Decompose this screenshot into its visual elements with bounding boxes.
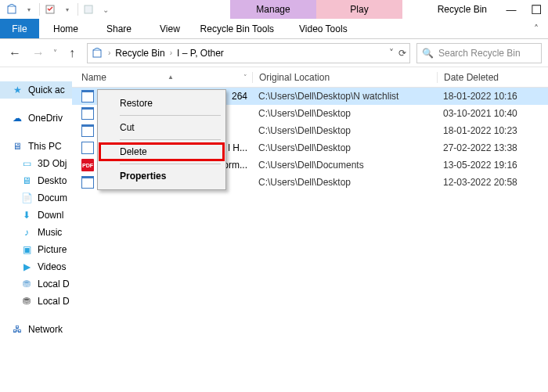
maximize-button[interactable]: ☐: [525, 0, 548, 19]
column-header-date-deleted[interactable]: Date Deleted: [437, 72, 548, 83]
separator: [78, 3, 78, 16]
video-icon: ▶: [20, 261, 33, 273]
sidebar-item-label: Docum: [38, 192, 67, 203]
title-bar: ▾ ▾ ⌄ Manage Play Recycle Bin — ☐: [0, 0, 548, 19]
main-area: ★ Quick ac ☁ OneDriv 🖥 This PC ▭ 3D Obj …: [0, 67, 548, 392]
svg-rect-3: [93, 50, 101, 57]
sidebar-item-desktop[interactable]: 🖥 Deskto: [0, 172, 72, 189]
cell-date-deleted: 13-05-2022 19:16: [437, 160, 548, 171]
sidebar-item-label: Deskto: [38, 175, 67, 186]
search-box[interactable]: 🔍: [416, 43, 542, 63]
sidebar-item-label: Local D: [38, 279, 70, 290]
video-file-icon: [81, 142, 94, 154]
sidebar-item-downloads[interactable]: ⬇ Downl: [0, 207, 72, 224]
cell-date-deleted: 18-01-2022 10:16: [437, 91, 548, 102]
disk-icon: ⛃: [20, 278, 33, 290]
disk-icon: ⛃: [20, 295, 33, 307]
chevron-down-icon[interactable]: ▾: [22, 2, 36, 16]
navigation-pane[interactable]: ★ Quick ac ☁ OneDriv 🖥 This PC ▭ 3D Obj …: [0, 67, 72, 392]
column-dropdown-icon[interactable]: ˅: [243, 74, 247, 81]
pdf-file-icon: PDF: [81, 159, 94, 171]
breadcrumb-path[interactable]: I – P, Other: [177, 48, 224, 59]
history-dropdown-icon[interactable]: ˅: [53, 49, 57, 57]
separator: [120, 115, 221, 116]
sidebar-item-label: Quick ac: [28, 85, 65, 95]
sidebar-item-label: OneDriv: [28, 113, 63, 124]
breadcrumb-separator-icon[interactable]: ›: [106, 49, 112, 57]
back-button[interactable]: ←: [6, 45, 23, 62]
sidebar-item-videos[interactable]: ▶ Videos: [0, 258, 72, 275]
properties-icon[interactable]: [43, 2, 57, 16]
address-bar[interactable]: › Recycle Bin › I – P, Other ˅ ⟳: [87, 43, 410, 63]
forward-button[interactable]: →: [30, 45, 47, 62]
cell-date-deleted: 18-01-2022 10:23: [437, 125, 548, 136]
sidebar-item-local-disk[interactable]: ⛃ Local D: [0, 275, 72, 293]
cell-name-tail: orm...: [223, 160, 247, 171]
cell-original-location: C:\Users\Dell\Desktop\N watchlist: [252, 91, 437, 102]
recycle-bin-icon: [91, 47, 103, 59]
search-input[interactable]: [438, 48, 548, 59]
cell-original-location: C:\Users\Dell\Desktop: [252, 125, 437, 136]
file-icon: [81, 90, 94, 102]
qat-customize-icon[interactable]: ⌄: [99, 2, 113, 16]
document-icon: 📄: [20, 192, 33, 204]
sidebar-item-label: Music: [38, 227, 62, 238]
sidebar-item-label: This PC: [28, 141, 62, 152]
separator: [39, 3, 40, 16]
minimize-button[interactable]: —: [499, 0, 523, 19]
column-label: Name: [81, 72, 106, 83]
cell-date-deleted: 03-10-2021 10:40: [437, 108, 548, 119]
up-button[interactable]: ↑: [63, 45, 81, 62]
chevron-down-icon[interactable]: ▾: [60, 2, 74, 16]
column-header-original-location[interactable]: Original Location: [252, 72, 437, 83]
context-menu: Restore Cut Delete Properties: [97, 89, 226, 190]
window-title: Recycle Bin: [433, 4, 498, 15]
video-tools-tab[interactable]: Video Tools: [280, 19, 366, 38]
cube-icon: ▭: [20, 157, 33, 170]
cell-original-location: C:\Users\Dell\Documents: [252, 160, 437, 171]
column-header-name[interactable]: Name ▲ ˅: [75, 72, 252, 83]
sidebar-item-documents[interactable]: 📄 Docum: [0, 189, 72, 207]
context-menu-delete[interactable]: Delete: [98, 142, 225, 162]
sidebar-item-quick-access[interactable]: ★ Quick ac: [0, 81, 72, 99]
refresh-icon[interactable]: ⟳: [398, 48, 406, 59]
cell-original-location: C:\Users\Dell\Desktop: [252, 177, 437, 188]
context-menu-cut[interactable]: Cut: [98, 117, 225, 138]
sidebar-item-music[interactable]: ♪ Music: [0, 224, 72, 241]
svg-rect-0: [8, 6, 16, 13]
svg-rect-2: [85, 5, 92, 13]
picture-icon: ▣: [20, 243, 33, 256]
address-dropdown-icon[interactable]: ˅: [389, 48, 394, 59]
share-tab[interactable]: Share: [92, 19, 146, 38]
sidebar-item-this-pc[interactable]: 🖥 This PC: [0, 138, 72, 155]
context-menu-restore[interactable]: Restore: [98, 93, 225, 113]
recycle-bin-tools-tab[interactable]: Recycle Bin Tools: [194, 19, 280, 38]
contextual-tab-play[interactable]: Play: [316, 0, 402, 19]
sidebar-item-pictures[interactable]: ▣ Picture: [0, 241, 72, 258]
file-icon: [81, 176, 94, 189]
breadcrumb-separator-icon[interactable]: ›: [168, 49, 174, 57]
view-tab[interactable]: View: [146, 19, 194, 38]
contextual-tab-manage[interactable]: Manage: [230, 0, 316, 19]
sort-ascending-icon: ▲: [168, 74, 174, 81]
sidebar-item-local-disk[interactable]: ⛃ Local D: [0, 293, 72, 310]
cloud-icon: ☁: [11, 112, 23, 124]
cell-name-tail: l H...: [228, 142, 247, 153]
sidebar-item-3d-objects[interactable]: ▭ 3D Obj: [0, 155, 72, 172]
context-menu-properties[interactable]: Properties: [98, 166, 225, 186]
contextual-tabs: Manage Play: [230, 0, 402, 19]
pc-icon: 🖥: [11, 140, 23, 153]
blank-icon[interactable]: [81, 2, 96, 16]
file-tab[interactable]: File: [0, 19, 39, 38]
sidebar-item-onedrive[interactable]: ☁ OneDriv: [0, 110, 72, 127]
sidebar-item-label: Network: [28, 324, 63, 335]
desktop-icon: 🖥: [20, 174, 33, 187]
sidebar-item-network[interactable]: 🖧 Network: [0, 321, 72, 338]
sidebar-item-label: Videos: [38, 261, 66, 272]
home-tab[interactable]: Home: [39, 19, 92, 38]
separator: [120, 164, 221, 164]
collapse-ribbon-icon[interactable]: ˄: [525, 19, 548, 38]
breadcrumb-root[interactable]: Recycle Bin: [115, 48, 164, 59]
title-right: Recycle Bin — ☐: [433, 0, 548, 19]
recycle-bin-icon: [5, 2, 19, 16]
